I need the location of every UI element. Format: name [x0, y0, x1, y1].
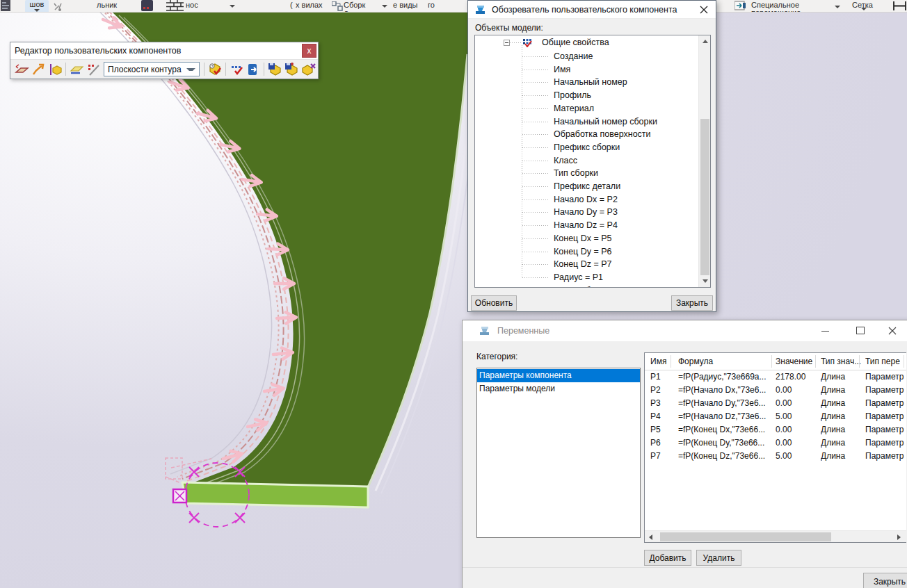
ribbon-item-lnik[interactable]: льник [97, 1, 117, 9]
close-icon[interactable] [696, 3, 712, 17]
variable-cell: Параметр [865, 411, 905, 421]
save-as-component-icon[interactable] [283, 61, 300, 77]
variables-titlebar[interactable]: Переменные [463, 320, 907, 341]
variable-row[interactable]: P7=fP(Конец Dz,"73e66...5.00ДлинаПарамет… [645, 450, 906, 463]
ribbon-item-evidy[interactable]: е виды [393, 1, 418, 9]
assembly-icon[interactable] [332, 1, 343, 11]
dark-tool-icon[interactable] [141, 0, 154, 12]
ribbon-item-nos[interactable]: нос [186, 1, 198, 9]
chevron-down-icon[interactable] [835, 6, 840, 8]
column-header[interactable]: Имя [650, 357, 675, 366]
variable-cell: 0.00 [776, 438, 819, 448]
tekla-icon [475, 5, 486, 15]
close-button[interactable] [877, 320, 907, 341]
column-header[interactable]: Тип знач... [821, 357, 861, 366]
variable-cell: Параметр [865, 425, 905, 434]
delete-button[interactable]: Удалить [696, 550, 741, 566]
variable-cell: Длина [821, 385, 861, 395]
category-label: Категория: [476, 352, 517, 361]
scroll-up-icon[interactable] [703, 40, 708, 43]
origin-handle[interactable] [173, 489, 186, 503]
chevron-down-icon[interactable] [382, 5, 387, 8]
column-header[interactable]: Формула [678, 357, 770, 366]
variable-cell: Длина [821, 438, 861, 448]
save-component-icon[interactable] [266, 61, 283, 77]
component-editor-titlebar[interactable]: Редактор пользовательских компонентов x [10, 42, 318, 60]
plane-type-value: Плоскости контура [104, 65, 182, 74]
plane-type-select[interactable]: Плоскости контура [104, 62, 200, 76]
tree-connector-line [522, 45, 522, 278]
variables-close-button[interactable]: Закрыть [863, 573, 907, 588]
scroll-left-icon[interactable] [649, 534, 652, 540]
bend-arrow-icon[interactable] [30, 61, 47, 77]
variables-table[interactable]: ИмяФормулаЗначениеТип знач...Тип пере P1… [644, 352, 906, 543]
table-header[interactable]: ИмяФормулаЗначениеТип знач...Тип пере [645, 353, 906, 370]
scroll-down-icon[interactable] [703, 279, 708, 283]
variable-cell: 0.00 [776, 385, 819, 395]
brick-wall-icon[interactable] [166, 0, 184, 12]
chevron-down-icon [861, 8, 867, 10]
column-header[interactable]: Тип пере [865, 357, 905, 366]
variable-cell: Параметр [865, 372, 905, 382]
scrollbar-thumb[interactable] [660, 532, 831, 541]
variable-row[interactable]: P6=fP(Конец Dy,"73e66...0.00ДлинаПарамет… [645, 436, 906, 450]
edit-plane-icon[interactable] [13, 61, 30, 77]
table-hscrollbar[interactable] [645, 530, 906, 542]
category-item[interactable]: Параметры модели [477, 382, 640, 395]
variable-cell: P7 [650, 451, 675, 461]
export-icon[interactable] [245, 61, 262, 77]
tree-item-label: Профиль [554, 90, 591, 100]
collapse-icon[interactable] [504, 40, 510, 46]
minimize-button[interactable] [810, 320, 841, 341]
spray-tool-icon[interactable] [53, 1, 63, 12]
tree-item-label: Конец Dz = P7 [554, 259, 612, 269]
tree-item-label: Радиус = P1 [554, 272, 603, 282]
variable-cell: P3 [650, 398, 675, 408]
variable-cell: =fP(Начало Dy,"73e6... [678, 398, 770, 408]
category-item[interactable]: Параметры компонента [477, 369, 640, 382]
refresh-button[interactable]: Обновить [471, 295, 517, 311]
close-button[interactable]: x [302, 44, 316, 58]
app-window: шов льник нос ( х вилах Сборк а е виды г… [0, 0, 907, 588]
component-browser-titlebar[interactable]: Обозреватель пользовательского компонент… [468, 1, 716, 19]
part-outline-dashed [166, 458, 182, 479]
add-part-icon[interactable] [47, 61, 63, 77]
plane-icon[interactable] [68, 61, 85, 77]
measure-points-icon[interactable] [85, 61, 102, 77]
add-button[interactable]: Добавить [644, 550, 691, 566]
close-component-icon[interactable] [300, 61, 316, 77]
ribbon-item-seam-label: шов [25, 0, 49, 8]
tree-item-label: Класс [554, 156, 577, 165]
check-dots-icon[interactable] [228, 61, 245, 77]
browser-close-button[interactable]: Закрыть [671, 295, 713, 311]
special-move-icon[interactable] [735, 1, 747, 11]
maximize-button[interactable] [845, 320, 876, 341]
model-objects-tree[interactable]: Общие свойства СозданиеИмяНачальный номе… [474, 35, 711, 288]
objects-label: Объекты модели: [475, 23, 543, 33]
variable-row[interactable]: P3=fP(Начало Dy,"73e6...0.00ДлинаПарамет… [645, 397, 906, 410]
variable-row[interactable]: P2=fP(Начало Dx,"73е6...0.00ДлинаПарамет… [645, 384, 906, 397]
ribbon-item-go[interactable]: го [428, 1, 435, 9]
variable-cell: Длина [821, 451, 861, 461]
component-browser-dialog: Обозреватель пользовательского компонент… [467, 0, 716, 312]
chevron-down-icon[interactable] [230, 5, 235, 8]
selected-end-face[interactable] [182, 482, 368, 507]
variable-cell: Параметр [865, 385, 905, 395]
measure-tool-icon[interactable] [892, 1, 907, 11]
scrollbar-thumb[interactable] [700, 119, 709, 275]
tree-item-label: Префикс сборки [554, 142, 620, 152]
tree-scrollbar[interactable] [698, 35, 710, 287]
ribbon-item-vilah[interactable]: х вилах [296, 1, 323, 9]
category-list[interactable]: Параметры компонентаПараметры модели [476, 368, 641, 538]
verify-component-icon[interactable] [207, 61, 223, 77]
list-icon[interactable] [1, 0, 11, 12]
tree-item-label: Начальный номер сборки [554, 117, 657, 126]
ribbon-item-seam[interactable]: шов [25, 0, 49, 13]
scroll-right-icon[interactable] [897, 534, 901, 540]
variable-row[interactable]: P4=fP(Начало Dz,"73e6...5.00ДлинаПарамет… [645, 410, 906, 423]
variable-cell: Длина [821, 425, 861, 434]
column-header[interactable]: Значение [776, 357, 819, 366]
variable-row[interactable]: P1=fP(Радиус,"73e669a...2178.00ДлинаПара… [645, 370, 906, 384]
variable-row[interactable]: P5=fP(Конец Dx,"73e66...0.00ДлинаПарамет… [645, 423, 906, 436]
tree-item-label: Тип сборки [554, 168, 598, 178]
